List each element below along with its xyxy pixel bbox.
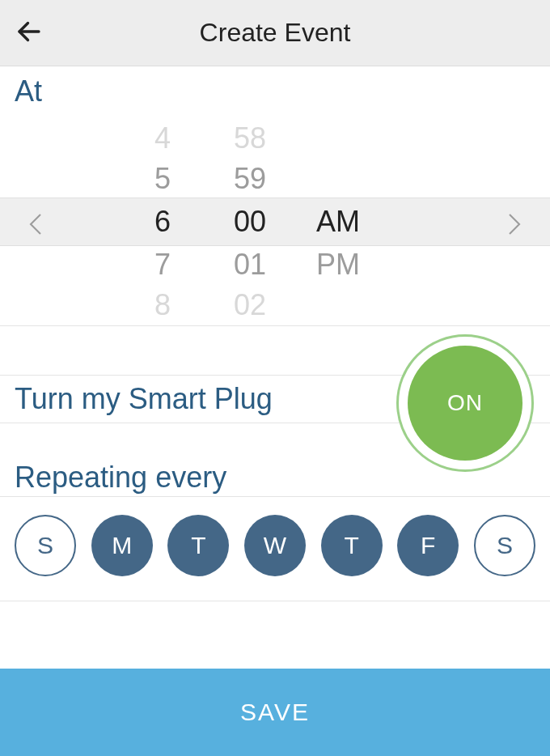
day-sat[interactable]: S bbox=[474, 515, 535, 576]
header-bar: Create Event bbox=[0, 0, 550, 66]
day-fri[interactable]: F bbox=[397, 515, 459, 576]
action-section: Turn my Smart Plug ON bbox=[0, 326, 550, 423]
day-thu[interactable]: T bbox=[321, 515, 383, 576]
ampm-selected[interactable]: AM bbox=[294, 205, 383, 239]
time-picker[interactable]: 4 58 5 59 6 00 AM 7 01 PM 8 02 bbox=[0, 115, 550, 325]
spacer bbox=[0, 601, 550, 669]
minute-option[interactable]: 01 bbox=[206, 248, 294, 282]
minute-option[interactable]: 58 bbox=[206, 121, 294, 155]
day-sun[interactable]: S bbox=[15, 515, 76, 576]
day-mon[interactable]: M bbox=[91, 515, 153, 576]
hour-option[interactable]: 4 bbox=[119, 121, 206, 155]
action-label: Turn my Smart Plug bbox=[15, 382, 273, 416]
picker-row: 7 01 PM bbox=[0, 244, 550, 285]
hour-selected[interactable]: 6 bbox=[119, 205, 206, 239]
toggle-state-label: ON bbox=[408, 346, 522, 461]
day-wed[interactable]: W bbox=[244, 515, 306, 576]
page-title: Create Event bbox=[0, 18, 550, 48]
picker-row: 8 02 bbox=[0, 285, 550, 325]
back-icon[interactable] bbox=[15, 17, 44, 49]
minute-option[interactable]: 02 bbox=[206, 288, 294, 322]
ampm-option[interactable]: PM bbox=[294, 248, 383, 282]
hour-option[interactable]: 8 bbox=[119, 288, 206, 322]
save-button[interactable]: SAVE bbox=[0, 669, 550, 756]
picker-row: 4 58 bbox=[0, 118, 550, 159]
days-row: S M T W T F S bbox=[0, 497, 550, 601]
picker-row-selected: 6 00 AM bbox=[0, 199, 550, 244]
day-tue[interactable]: T bbox=[167, 515, 229, 576]
hour-option[interactable]: 7 bbox=[119, 248, 206, 282]
minute-selected[interactable]: 00 bbox=[206, 205, 294, 239]
toggle-state-button[interactable]: ON bbox=[396, 334, 534, 472]
hour-option[interactable]: 5 bbox=[119, 162, 206, 196]
picker-row: 5 59 bbox=[0, 159, 550, 199]
at-label: At bbox=[0, 66, 550, 110]
minute-option[interactable]: 59 bbox=[206, 162, 294, 196]
